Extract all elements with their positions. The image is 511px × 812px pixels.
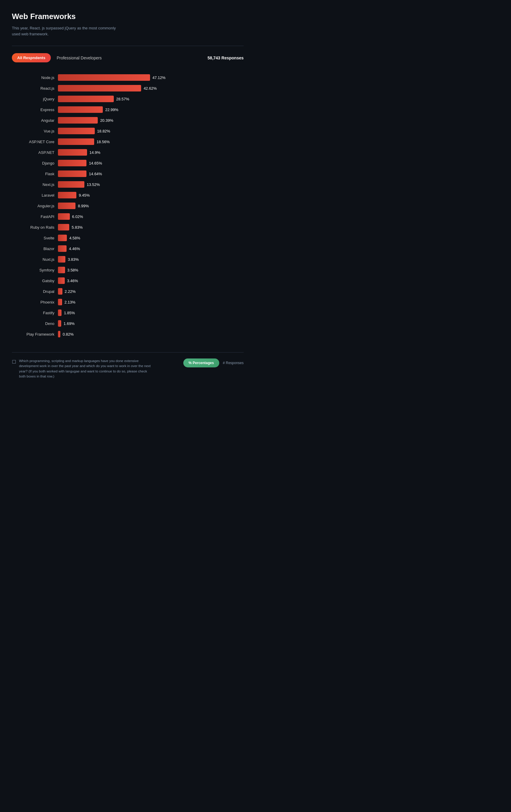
bar-area: 1.85% <box>58 310 244 316</box>
bar <box>58 192 76 198</box>
bar-value: 6.02% <box>72 214 83 219</box>
bar-value: 13.52% <box>87 182 100 187</box>
bar-value: 0.82% <box>63 332 74 337</box>
chart-label: jQuery <box>12 97 58 101</box>
bar-area: 0.82% <box>58 331 244 338</box>
bar <box>58 96 114 102</box>
bar-value: 4.58% <box>69 236 80 240</box>
filter-left: All Respndents Professional Developers <box>12 53 102 62</box>
bar-value: 3.58% <box>67 268 79 272</box>
bar <box>58 331 60 338</box>
chart-row: Nuxt.js3.83% <box>12 256 244 263</box>
bar-value: 22.99% <box>105 108 118 112</box>
chart-row: Deno1.69% <box>12 320 244 327</box>
chart-row: Angular20.39% <box>12 117 244 123</box>
chart-label: Node.js <box>12 76 58 80</box>
all-respondents-button[interactable]: All Respndents <box>12 53 51 62</box>
bar-value: 18.56% <box>96 140 110 144</box>
chart-row: Gatsby3.46% <box>12 278 244 284</box>
bar <box>58 267 65 273</box>
bar-value: 20.39% <box>100 118 113 123</box>
bar <box>58 128 95 134</box>
responses-button[interactable]: # Responses <box>223 361 244 365</box>
bar <box>58 85 141 91</box>
chart-label: FastAPI <box>12 214 58 219</box>
bar-value: 3.83% <box>68 257 79 262</box>
bar-area: 3.46% <box>58 278 244 284</box>
chart-row: ASP.NET Core18.56% <box>12 138 244 145</box>
page-title: Web Frameworks <box>12 12 244 21</box>
bar-value: 9.45% <box>79 193 90 198</box>
chart-row: Next.js13.52% <box>12 181 244 188</box>
footer: ☐ Which programming, scripting and marku… <box>12 352 244 388</box>
bar <box>58 160 86 166</box>
bar-area: 14.9% <box>58 149 244 156</box>
bar-area: 4.46% <box>58 245 244 252</box>
chart-row: Vue.js18.82% <box>12 128 244 134</box>
chart-label: Angular <box>12 118 58 123</box>
chart-label: Gatsby <box>12 279 58 283</box>
bar <box>58 171 86 177</box>
chart-label: Express <box>12 108 58 112</box>
subtitle: This year, React. js surpassed jQuery as… <box>12 25 125 37</box>
chart-row: Flask14.64% <box>12 171 244 177</box>
chart-label: Play Framework <box>12 332 58 337</box>
percentages-button[interactable]: % Percentages <box>183 358 219 368</box>
bar-area: 4.58% <box>58 235 244 241</box>
chart-label: ASP.NET Core <box>12 140 58 144</box>
footer-question: ☐ Which programming, scripting and marku… <box>12 358 154 379</box>
bar-area: 5.83% <box>58 224 244 230</box>
divider <box>12 46 244 46</box>
bar-area: 22.99% <box>58 106 244 113</box>
chart-label: Next.js <box>12 182 58 187</box>
bar <box>58 320 61 327</box>
bar <box>58 299 62 305</box>
bar-value: 2.22% <box>65 289 76 294</box>
bar-area: 8.99% <box>58 203 244 209</box>
chart-label: Flask <box>12 172 58 176</box>
bar-area: 1.69% <box>58 320 244 327</box>
bar <box>58 310 61 316</box>
bar-value: 42.62% <box>143 86 157 91</box>
bar-area: 3.58% <box>58 267 244 273</box>
chart-row: Play Framework0.82% <box>12 331 244 338</box>
chart-row: React.js42.62% <box>12 85 244 91</box>
bar-area: 20.39% <box>58 117 244 123</box>
bar <box>58 224 69 230</box>
chart-label: Symfony <box>12 268 58 272</box>
bar <box>58 278 65 284</box>
bar-area: 2.13% <box>58 299 244 305</box>
chart-row: Laravel9.45% <box>12 192 244 198</box>
bar <box>58 149 87 156</box>
chart-label: React.js <box>12 86 58 91</box>
bar-value: 1.69% <box>63 321 75 326</box>
chart-label: Vue.js <box>12 129 58 133</box>
chart-container: Node.js47.12%React.js42.62%jQuery28.57%E… <box>12 74 244 338</box>
bar <box>58 106 103 113</box>
chart-row: jQuery28.57% <box>12 96 244 102</box>
bar-area: 18.82% <box>58 128 244 134</box>
bar-value: 1.85% <box>64 311 75 315</box>
chart-row: Node.js47.12% <box>12 74 244 81</box>
chart-label: Laravel <box>12 193 58 198</box>
bar-value: 14.64% <box>89 172 102 176</box>
chart-row: Express22.99% <box>12 106 244 113</box>
chart-label: Deno <box>12 321 58 326</box>
professional-developers-label: Professional Developers <box>57 56 102 60</box>
chart-row: Ruby on Rails5.83% <box>12 224 244 230</box>
bar-area: 6.02% <box>58 213 244 220</box>
bar <box>58 235 67 241</box>
bar-area: 14.65% <box>58 160 244 166</box>
bar <box>58 138 94 145</box>
bar-value: 28.57% <box>116 97 129 101</box>
bar-area: 9.45% <box>58 192 244 198</box>
responses-number: 58,743 <box>208 56 221 60</box>
chart-row: Django14.65% <box>12 160 244 166</box>
bar-value: 3.46% <box>67 279 78 283</box>
chart-label: Phoenix <box>12 300 58 304</box>
bar-area: 42.62% <box>58 85 244 91</box>
filter-row: All Respndents Professional Developers 5… <box>12 53 244 62</box>
chart-row: Blazor4.46% <box>12 245 244 252</box>
responses-count: 58,743 Responses <box>208 56 244 60</box>
chart-label: Django <box>12 161 58 166</box>
